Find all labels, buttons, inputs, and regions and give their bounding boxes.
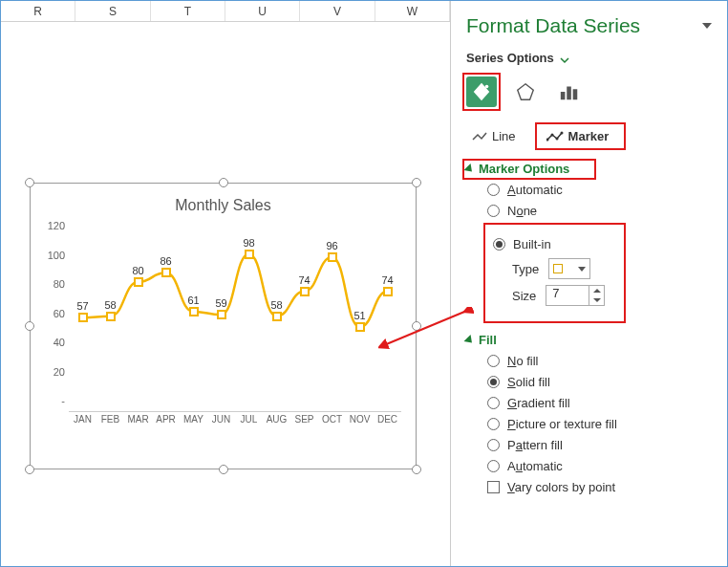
tab-line[interactable]: Line <box>466 126 522 146</box>
data-marker[interactable] <box>217 310 226 319</box>
radio-label: Gradient fill <box>507 396 570 410</box>
line-icon <box>472 131 487 142</box>
resize-handle[interactable] <box>25 321 34 331</box>
annotation-highlight <box>483 223 626 323</box>
data-label: 98 <box>243 237 254 249</box>
radio-label: Pattern fill <box>507 438 563 452</box>
resize-handle[interactable] <box>412 178 421 187</box>
effects-icon[interactable] <box>510 76 541 107</box>
col-header[interactable]: S <box>75 1 150 21</box>
radio-icon <box>487 184 500 196</box>
data-marker[interactable] <box>134 277 143 287</box>
col-header[interactable]: V <box>300 1 375 21</box>
data-label: 74 <box>298 274 310 286</box>
checkbox-vary-colors[interactable]: Vary colors by point <box>487 480 712 494</box>
radio-no-fill[interactable]: No fill <box>487 354 712 368</box>
data-marker[interactable] <box>383 287 393 296</box>
data-label: 74 <box>381 274 393 286</box>
x-axis: JANFEBMARAPRMAYJUNJULAUGSEPOCTNOVDEC <box>69 411 401 430</box>
checkbox-icon <box>487 481 500 493</box>
data-label: 58 <box>104 299 116 311</box>
data-marker[interactable] <box>189 307 199 316</box>
data-marker[interactable] <box>355 322 365 332</box>
radio-automatic[interactable]: Automatic <box>487 183 712 197</box>
data-marker[interactable] <box>328 252 337 262</box>
radio-solid-fill[interactable]: Solid fill <box>487 375 712 389</box>
chevron-down-icon <box>560 54 569 63</box>
marker-options-header[interactable]: Marker Options <box>466 162 712 176</box>
radio-icon <box>487 418 500 430</box>
tab-marker[interactable]: Marker <box>541 126 615 146</box>
svg-rect-3 <box>561 92 566 99</box>
plot-area[interactable]: 12010080604020- JANFEBMARAPRMAYJUNJULAUG… <box>69 220 401 430</box>
series-options-label: Series Options <box>466 51 554 65</box>
radio-gradient-fill[interactable]: Gradient fill <box>487 396 712 410</box>
tab-label: Line <box>492 129 516 143</box>
radio-automatic-fill[interactable]: Automatic <box>487 459 712 473</box>
radio-icon <box>487 460 500 472</box>
data-marker[interactable] <box>272 312 282 321</box>
resize-handle[interactable] <box>219 178 228 187</box>
section-title: Fill <box>479 333 497 347</box>
radio-label: Automatic <box>507 459 563 473</box>
col-header[interactable]: U <box>225 1 300 21</box>
data-marker[interactable] <box>300 287 310 296</box>
col-header[interactable]: R <box>1 1 75 21</box>
worksheet-area[interactable]: R S T U V W Monthly Sales 12010080604020… <box>1 1 450 566</box>
fill-header[interactable]: Fill <box>466 333 712 347</box>
radio-label: Picture or texture fill <box>507 417 617 431</box>
data-label: 57 <box>76 300 88 312</box>
chart-object[interactable]: Monthly Sales 12010080604020- JANFEBMARA… <box>30 183 417 469</box>
radio-label: Solid fill <box>507 375 550 389</box>
data-label: 96 <box>326 240 337 251</box>
series-line[interactable] <box>69 220 401 406</box>
col-header[interactable]: T <box>151 1 225 21</box>
data-label: 80 <box>132 265 143 276</box>
category-icons <box>466 76 712 107</box>
radio-icon <box>487 376 500 388</box>
radio-icon <box>487 439 500 451</box>
annotation-highlight <box>462 159 596 180</box>
data-label: 61 <box>187 294 199 306</box>
resize-handle[interactable] <box>25 178 34 187</box>
radio-none[interactable]: None <box>487 204 712 218</box>
resize-handle[interactable] <box>25 465 34 474</box>
col-header[interactable]: W <box>375 1 450 21</box>
svg-rect-4 <box>567 87 571 100</box>
resize-handle[interactable] <box>412 465 421 474</box>
data-marker[interactable] <box>245 250 254 259</box>
radio-picture-fill[interactable]: Picture or texture fill <box>487 417 712 431</box>
radio-icon <box>487 355 500 367</box>
svg-marker-2 <box>518 84 534 100</box>
expand-icon <box>463 334 475 345</box>
data-label: 51 <box>353 310 365 321</box>
format-data-series-panel: Format Data Series Series Options Line <box>450 1 727 566</box>
data-marker[interactable] <box>106 312 116 321</box>
data-label: 59 <box>215 297 226 309</box>
radio-icon <box>487 205 500 217</box>
tab-bar: Line Marker <box>466 126 712 150</box>
resize-handle[interactable] <box>219 465 228 474</box>
series-options-dropdown[interactable]: Series Options <box>466 51 712 65</box>
chevron-down-icon[interactable] <box>702 23 712 29</box>
builtin-group: Built-in Type Size 7 <box>485 225 712 321</box>
data-marker[interactable] <box>78 313 88 322</box>
data-label: 58 <box>270 299 282 311</box>
checkbox-label: Vary colors by point <box>507 480 615 494</box>
panel-title-text: Format Data Series <box>466 14 640 37</box>
radio-label: Automatic <box>507 183 563 197</box>
resize-handle[interactable] <box>412 321 421 331</box>
radio-pattern-fill[interactable]: Pattern fill <box>487 438 712 452</box>
radio-label: No fill <box>507 354 539 368</box>
radio-label: None <box>507 204 537 218</box>
data-marker[interactable] <box>161 268 171 277</box>
svg-point-1 <box>485 85 489 89</box>
svg-rect-5 <box>573 89 578 99</box>
series-options-icon[interactable] <box>554 76 585 107</box>
radio-icon <box>487 397 500 409</box>
annotation-highlight <box>535 122 627 150</box>
panel-title: Format Data Series <box>466 14 712 37</box>
chart-title[interactable]: Monthly Sales <box>31 184 416 220</box>
fill-line-icon[interactable] <box>466 76 497 107</box>
data-label: 86 <box>160 255 171 267</box>
